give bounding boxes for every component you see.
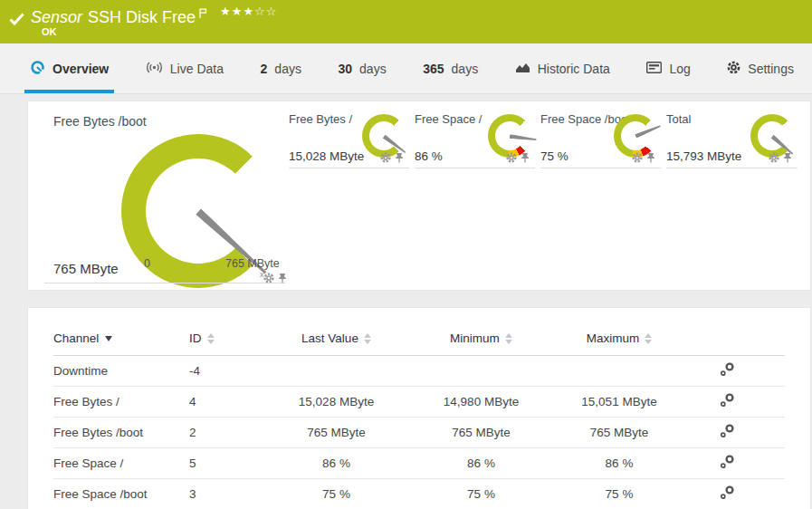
gauge-value: 86 %: [415, 149, 443, 163]
channel-settings-wrench-icon[interactable]: [720, 393, 735, 410]
gauge-value: 15,793 MByte: [666, 149, 741, 163]
table-row-free-space-boot: Free Space /boot 3 75 % 75 % 75 %: [53, 479, 785, 509]
tab-label: Live Data: [170, 62, 224, 76]
column-header-last-value[interactable]: Last Value: [275, 331, 397, 356]
tab-label: days: [452, 62, 479, 76]
channel-minimum: 765 MByte: [397, 418, 565, 448]
gauges-panel: Free Bytes /boot x 0 765 MByte 765 MByte…: [27, 101, 811, 291]
status-ok-check-icon: [9, 13, 24, 29]
pin-icon[interactable]: [783, 150, 792, 167]
stars-empty: ☆☆: [254, 5, 277, 18]
column-header-minimum[interactable]: Minimum: [397, 331, 565, 356]
pin-icon[interactable]: [395, 150, 404, 167]
gauge-scale-min: 0: [144, 257, 150, 270]
gauge-icon: [30, 60, 45, 78]
gauge-title: Free Bytes /: [289, 112, 352, 126]
sensor-header-bar: Sensor SSH Disk Free ★★★☆☆ OK: [0, 0, 812, 43]
sort-icon: [645, 333, 652, 344]
gauge-settings-icon[interactable]: [769, 150, 779, 167]
channel-maximum: 765 MByte: [565, 418, 673, 448]
channel-last-value: 765 MByte: [275, 418, 397, 448]
sensor-status-badge: OK: [42, 26, 57, 37]
gauge-value: 75 %: [540, 149, 568, 163]
channel-maximum: 75 %: [565, 479, 673, 509]
gauge-value: 15,028 MByte: [289, 149, 364, 163]
channel-name[interactable]: Free Bytes /: [53, 387, 189, 418]
column-label: Minimum: [450, 331, 500, 345]
column-header-id[interactable]: ID: [189, 331, 275, 356]
channel-id: 5: [189, 448, 275, 479]
column-label: ID: [189, 331, 202, 345]
column-header-maximum[interactable]: Maximum: [565, 331, 673, 356]
gauge-settings-icon[interactable]: [263, 271, 274, 287]
channel-table: Channel ID Last Value Minimum Maximum Do…: [53, 331, 785, 509]
gauge-settings-icon[interactable]: [506, 150, 517, 167]
table-row-free-bytes-boot: Free Bytes /boot 2 765 MByte 765 MByte 7…: [53, 418, 785, 448]
gauge-hole: [369, 121, 398, 150]
channel-id: -4: [189, 356, 275, 387]
stars-filled: ★★★: [220, 5, 254, 18]
table-row-downtime: Downtime -4: [53, 356, 785, 387]
tab-30-days[interactable]: 30 days: [332, 43, 391, 93]
channel-last-value: 86 %: [275, 448, 397, 479]
gauge-settings-icon[interactable]: [380, 150, 391, 167]
channel-maximum: [565, 356, 673, 387]
channel-id: 3: [189, 479, 275, 509]
pin-icon[interactable]: [521, 150, 530, 167]
tab-label: Log: [669, 62, 690, 76]
gauge-title: Total: [666, 112, 691, 126]
sensor-overview-content: Free Bytes /boot x 0 765 MByte 765 MByte…: [0, 94, 812, 509]
column-label: Maximum: [587, 331, 640, 345]
primary-gauge-value: 765 MByte: [53, 261, 119, 276]
sort-icon: [505, 333, 512, 344]
table-row-free-bytes-root: Free Bytes / 4 15,028 MByte 14,980 MByte…: [53, 387, 785, 418]
priority-flag-icon[interactable]: [199, 6, 207, 23]
column-label: Channel: [53, 331, 99, 345]
tab-label: days: [274, 62, 301, 76]
sensor-title: SSH Disk Free: [88, 8, 196, 27]
channel-settings-wrench-icon[interactable]: [720, 485, 735, 503]
tab-number: 30: [338, 62, 352, 76]
channel-settings-wrench-icon[interactable]: [720, 455, 735, 472]
channel-last-value: 15,028 MByte: [275, 387, 397, 418]
tab-overview[interactable]: Overview: [24, 43, 114, 93]
mini-gauge-free-space-boot: Free Space /boot 75 %: [540, 109, 661, 168]
column-header-channel[interactable]: Channel: [53, 331, 189, 356]
channel-minimum: 86 %: [397, 448, 565, 479]
channel-maximum: 86 %: [565, 448, 673, 479]
tab-number: 2: [261, 62, 268, 76]
tab-label: Overview: [53, 62, 109, 76]
tab-live-data[interactable]: Live Data: [140, 43, 229, 93]
pin-icon[interactable]: [646, 150, 655, 167]
channel-minimum: 14,980 MByte: [397, 387, 565, 418]
gauge-hole: [495, 121, 524, 150]
tab-label: Historic Data: [538, 62, 610, 76]
channel-settings-wrench-icon[interactable]: [720, 362, 735, 379]
tab-2-days[interactable]: 2 days: [255, 43, 307, 93]
divider: [44, 283, 285, 283]
pin-icon[interactable]: [278, 271, 287, 287]
channel-id: 4: [189, 387, 275, 418]
channel-name[interactable]: Free Space /boot: [53, 479, 189, 509]
channel-name[interactable]: Free Space /: [53, 448, 189, 479]
priority-stars[interactable]: ★★★☆☆: [220, 5, 277, 18]
channel-settings-wrench-icon[interactable]: [720, 424, 735, 441]
log-icon: [646, 62, 662, 76]
gauge-settings-icon[interactable]: [632, 150, 643, 167]
channel-name[interactable]: Downtime: [53, 356, 189, 387]
table-row-free-space-root: Free Space / 5 86 % 86 % 86 %: [53, 448, 785, 479]
gauge-scale-max: 765 MByte: [225, 257, 280, 270]
sensor-kind-label: Sensor: [31, 8, 82, 27]
sort-icon: [364, 333, 371, 344]
tab-settings[interactable]: Settings: [721, 43, 799, 93]
settings-gear-icon: [727, 61, 740, 77]
sort-icon: [207, 333, 215, 344]
channel-table-panel: Channel ID Last Value Minimum Maximum Do…: [27, 307, 811, 509]
channel-name[interactable]: Free Bytes /boot: [53, 418, 189, 448]
tab-historic-data[interactable]: Historic Data: [510, 43, 616, 93]
tab-365-days[interactable]: 365 days: [417, 43, 483, 93]
channel-minimum: [397, 356, 565, 387]
tab-number: 365: [423, 62, 444, 76]
tab-log[interactable]: Log: [641, 43, 695, 93]
channel-id: 2: [189, 418, 275, 448]
